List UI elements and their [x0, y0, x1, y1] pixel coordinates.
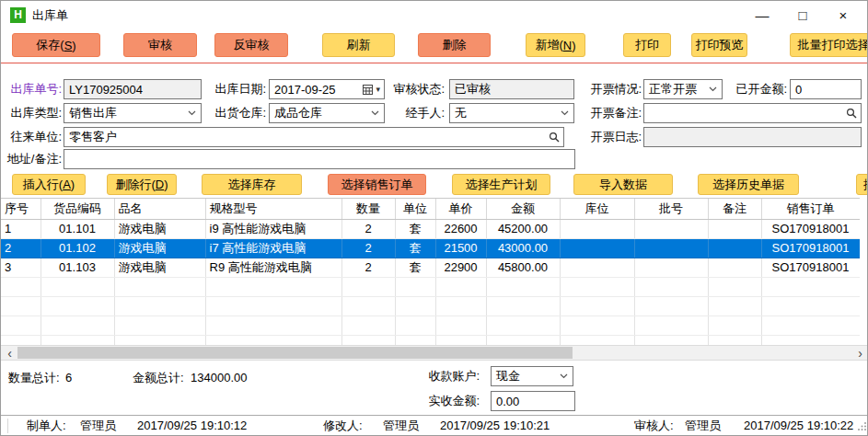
- customer-field[interactable]: [64, 127, 564, 147]
- cell[interactable]: 21500: [435, 238, 486, 258]
- cell[interactable]: 3: [1, 258, 41, 277]
- cell[interactable]: [634, 238, 708, 258]
- cell[interactable]: SO170918001: [761, 219, 860, 238]
- select-sales-order-button[interactable]: 选择销售订单: [328, 174, 426, 195]
- column-header[interactable]: 单位: [395, 199, 435, 219]
- cell[interactable]: [560, 238, 634, 258]
- column-header[interactable]: 库位: [560, 199, 634, 219]
- caret-down-icon[interactable]: ▾: [376, 86, 380, 94]
- cell[interactable]: [708, 238, 761, 258]
- select-inventory-button[interactable]: 选择库存: [202, 174, 302, 195]
- audit-button[interactable]: 审核: [123, 33, 197, 57]
- column-header[interactable]: 金额: [486, 199, 560, 219]
- calendar-icon[interactable]: [363, 85, 373, 95]
- close-button[interactable]: ×: [823, 1, 863, 29]
- scroll-left-button[interactable]: ‹: [2, 347, 17, 359]
- cell[interactable]: 1: [1, 219, 41, 238]
- cell[interactable]: [708, 258, 761, 277]
- date-input[interactable]: [273, 83, 360, 97]
- cell[interactable]: 2: [341, 238, 395, 258]
- empty-row: [1, 335, 860, 345]
- cell[interactable]: 45800.00: [486, 258, 560, 277]
- unaudit-button[interactable]: 反审核: [214, 33, 288, 57]
- resize-grip-icon[interactable]: [858, 418, 867, 434]
- column-header[interactable]: 批号: [634, 199, 708, 219]
- column-header[interactable]: 品名: [114, 199, 205, 219]
- column-header[interactable]: 备注: [708, 199, 761, 219]
- refresh-button[interactable]: 刷新: [322, 33, 395, 57]
- cell[interactable]: R9 高性能游戏电脑: [205, 258, 341, 277]
- scrollbar-thumb[interactable]: [17, 347, 573, 359]
- customer-input[interactable]: [68, 131, 546, 144]
- cell[interactable]: 01.101: [41, 219, 114, 238]
- invoice-status-select[interactable]: 正常开票: [643, 79, 723, 99]
- payment-account-select[interactable]: 现金: [491, 366, 573, 386]
- clipped-toolbar-button[interactable]: 排: [856, 174, 868, 195]
- cell[interactable]: SO170918001: [761, 258, 860, 277]
- cell[interactable]: 01.103: [41, 258, 114, 277]
- cell[interactable]: i9 高性能游戏电脑: [205, 219, 341, 238]
- horizontal-scrollbar[interactable]: ‹ ›: [1, 345, 868, 361]
- save-button[interactable]: 保存(S): [12, 33, 100, 57]
- delete-button[interactable]: 删除: [418, 33, 491, 57]
- maximize-button[interactable]: □: [782, 1, 823, 29]
- cell[interactable]: i7 高性能游戏电脑: [205, 238, 341, 258]
- search-icon[interactable]: [846, 108, 857, 119]
- cell[interactable]: 游戏电脑: [114, 219, 205, 238]
- new-button[interactable]: 新增(N): [526, 33, 585, 57]
- delete-row-button[interactable]: 删除行(D): [107, 174, 177, 195]
- cell[interactable]: 22600: [435, 219, 486, 238]
- cell[interactable]: 游戏电脑: [114, 258, 205, 277]
- cell[interactable]: [560, 219, 634, 238]
- cell[interactable]: 43000.00: [486, 238, 560, 258]
- table-row[interactable]: 3 01.103 游戏电脑 R9 高性能游戏电脑 2 套 22900 45800…: [1, 258, 860, 277]
- date-field[interactable]: ▾: [269, 79, 385, 99]
- items-grid: 序号 货品编码 品名 规格型号 数量 单位 单价 金额 库位 批号 备注 销售订…: [1, 198, 860, 345]
- cell[interactable]: 套: [395, 238, 435, 258]
- received-amount-field[interactable]: [491, 391, 575, 411]
- outbound-type-select[interactable]: 销售出库: [64, 103, 202, 123]
- scroll-right-button[interactable]: ›: [852, 347, 868, 359]
- cell[interactable]: [634, 219, 708, 238]
- cell[interactable]: 套: [395, 258, 435, 277]
- cell[interactable]: SO170918001: [761, 238, 860, 258]
- empty-cell: [41, 316, 114, 335]
- invoice-note-field[interactable]: [643, 103, 862, 123]
- insert-row-button[interactable]: 插入行(A): [12, 174, 86, 195]
- column-header[interactable]: 货品编码: [41, 199, 114, 219]
- invoice-note-input[interactable]: [648, 107, 843, 120]
- handler-select[interactable]: 无: [449, 103, 574, 123]
- cell[interactable]: 22900: [435, 258, 486, 277]
- select-production-plan-button[interactable]: 选择生产计划: [452, 174, 550, 195]
- column-header[interactable]: 销售订单: [761, 199, 860, 219]
- search-icon[interactable]: [549, 132, 560, 143]
- cell[interactable]: 游戏电脑: [114, 238, 205, 258]
- cell[interactable]: 45200.00: [486, 219, 560, 238]
- select-history-button[interactable]: 选择历史单据: [698, 174, 799, 195]
- cell[interactable]: 2: [341, 219, 395, 238]
- cell[interactable]: [708, 219, 761, 238]
- cell[interactable]: [634, 258, 708, 277]
- column-header[interactable]: 规格型号: [205, 199, 341, 219]
- cell[interactable]: [560, 258, 634, 277]
- audit-status-field[interactable]: [449, 79, 574, 99]
- doc-no-field[interactable]: [64, 79, 202, 99]
- invoice-log-field[interactable]: [643, 127, 862, 147]
- cell[interactable]: 2: [1, 238, 41, 258]
- print-button[interactable]: 打印: [623, 33, 671, 57]
- column-header[interactable]: 单价: [435, 199, 486, 219]
- minimize-button[interactable]: —: [742, 1, 782, 29]
- table-row-selected[interactable]: 2 01.102 游戏电脑 i7 高性能游戏电脑 2 套 21500 43000…: [1, 238, 860, 258]
- invoiced-amount-field[interactable]: [790, 79, 862, 99]
- cell[interactable]: 2: [341, 258, 395, 277]
- import-data-button[interactable]: 导入数据: [573, 174, 673, 195]
- warehouse-select[interactable]: 成品仓库: [269, 103, 385, 123]
- address-note-field[interactable]: [64, 149, 575, 169]
- batch-print-select-button[interactable]: 批量打印选择: [790, 33, 868, 57]
- cell[interactable]: 01.102: [41, 238, 114, 258]
- column-header[interactable]: 数量: [341, 199, 395, 219]
- table-row[interactable]: 1 01.101 游戏电脑 i9 高性能游戏电脑 2 套 22600 45200…: [1, 219, 860, 238]
- column-header[interactable]: 序号: [1, 199, 41, 219]
- cell[interactable]: 套: [395, 219, 435, 238]
- print-preview-button[interactable]: 打印预览: [691, 33, 747, 57]
